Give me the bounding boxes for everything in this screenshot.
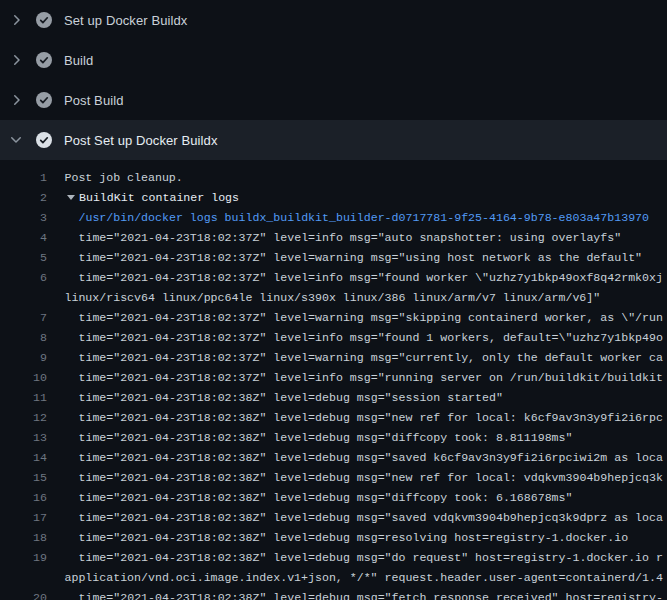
group-title: BuildKit container logs [65,188,240,208]
line-number: 6 [0,268,47,288]
log-text: time="2021-04-23T18:02:38Z" level=debug … [79,508,663,528]
line-number: 20 [0,588,47,600]
chevron-right-icon [8,12,24,28]
log-text: time="2021-04-23T18:02:37Z" level=info m… [79,268,663,288]
step-header-post-build[interactable]: Post Build [0,80,667,120]
log-text: time="2021-04-23T18:02:38Z" level=debug … [79,528,629,548]
group-title-text: BuildKit container logs [79,191,239,204]
line-number: 15 [0,468,47,488]
line-number [0,568,47,588]
log-text: time="2021-04-23T18:02:38Z" level=debug … [79,468,663,488]
step-title: Post Build [64,93,124,108]
line-number: 18 [0,528,47,548]
log-line: 19time="2021-04-23T18:02:38Z" level=debu… [0,548,667,568]
log-line: 7time="2021-04-23T18:02:37Z" level=warni… [0,308,667,328]
line-number: 13 [0,428,47,448]
log-line: 12time="2021-04-23T18:02:38Z" level=debu… [0,408,667,428]
check-circle-icon [36,52,52,68]
check-circle-icon [36,132,52,148]
log-text: application/vnd.oci.image.index.v1+json,… [65,568,663,588]
log-pane: 1Post job cleanup.2BuildKit container lo… [0,160,667,600]
log-group-header[interactable]: 2BuildKit container logs [0,188,667,208]
log-text: time="2021-04-23T18:02:37Z" level=info m… [79,368,663,388]
log-text: linux/riscv64 linux/ppc64le linux/s390x … [65,288,601,308]
line-number: 19 [0,548,47,568]
log-text: Post job cleanup. [65,168,183,188]
log-text: /usr/bin/docker logs buildx_buildkit_bui… [79,208,650,228]
log-line-continuation: linux/riscv64 linux/ppc64le linux/s390x … [0,288,667,308]
log-line-continuation: application/vnd.oci.image.index.v1+json,… [0,568,667,588]
line-number: 4 [0,228,47,248]
line-number: 5 [0,248,47,268]
log-text: time="2021-04-23T18:02:38Z" level=debug … [79,448,663,468]
log-line: 5time="2021-04-23T18:02:37Z" level=warni… [0,248,667,268]
step-title: Build [64,53,93,68]
chevron-down-icon [8,132,24,148]
log-text: time="2021-04-23T18:02:38Z" level=debug … [79,488,573,508]
line-number: 16 [0,488,47,508]
line-number: 10 [0,368,47,388]
log-text: time="2021-04-23T18:02:38Z" level=debug … [79,408,663,428]
log-line: 14time="2021-04-23T18:02:38Z" level=debu… [0,448,667,468]
line-number: 17 [0,508,47,528]
log-line: 1Post job cleanup. [0,168,667,188]
log-line: 3/usr/bin/docker logs buildx_buildkit_bu… [0,208,667,228]
log-line: 16time="2021-04-23T18:02:38Z" level=debu… [0,488,667,508]
check-circle-icon [36,12,52,28]
log-text: time="2021-04-23T18:02:37Z" level=warnin… [79,348,663,368]
step-header-build[interactable]: Build [0,40,667,80]
log-text: time="2021-04-23T18:02:38Z" level=debug … [79,588,663,600]
step-list: Set up Docker BuildxBuildPost BuildPost … [0,0,667,160]
step-header-post-set-up-docker-buildx[interactable]: Post Set up Docker Buildx [0,120,667,160]
log-text: time="2021-04-23T18:02:37Z" level=info m… [79,228,622,248]
step-title: Post Set up Docker Buildx [64,133,218,148]
log-line: 15time="2021-04-23T18:02:38Z" level=debu… [0,468,667,488]
log-line: 6time="2021-04-23T18:02:37Z" level=info … [0,268,667,288]
log-line: 9time="2021-04-23T18:02:37Z" level=warni… [0,348,667,368]
line-number: 7 [0,308,47,328]
log-line: 13time="2021-04-23T18:02:38Z" level=debu… [0,428,667,448]
log-text: time="2021-04-23T18:02:37Z" level=warnin… [79,308,663,328]
log-text: time="2021-04-23T18:02:37Z" level=info m… [79,328,663,348]
log-text: time="2021-04-23T18:02:38Z" level=debug … [79,548,663,568]
step-header-set-up-docker-buildx[interactable]: Set up Docker Buildx [0,0,667,40]
log-text: time="2021-04-23T18:02:38Z" level=debug … [79,388,503,408]
log-line: 20time="2021-04-23T18:02:38Z" level=debu… [0,588,667,600]
line-number: 8 [0,328,47,348]
log-text: time="2021-04-23T18:02:38Z" level=debug … [79,428,573,448]
line-number: 2 [0,188,47,208]
line-number: 3 [0,208,47,228]
log-line: 4time="2021-04-23T18:02:37Z" level=info … [0,228,667,248]
check-circle-icon [36,92,52,108]
triangle-down-icon [67,195,75,200]
chevron-right-icon [8,52,24,68]
line-number: 9 [0,348,47,368]
log-line: 18time="2021-04-23T18:02:38Z" level=debu… [0,528,667,548]
line-number: 12 [0,408,47,428]
step-title: Set up Docker Buildx [64,13,187,28]
log-line: 11time="2021-04-23T18:02:38Z" level=debu… [0,388,667,408]
line-number [0,288,47,308]
log-text: time="2021-04-23T18:02:37Z" level=warnin… [79,248,643,268]
line-number: 11 [0,388,47,408]
log-line: 8time="2021-04-23T18:02:37Z" level=info … [0,328,667,348]
chevron-right-icon [8,92,24,108]
line-number: 1 [0,168,47,188]
log-line: 17time="2021-04-23T18:02:38Z" level=debu… [0,508,667,528]
log-line: 10time="2021-04-23T18:02:37Z" level=info… [0,368,667,388]
line-number: 14 [0,448,47,468]
